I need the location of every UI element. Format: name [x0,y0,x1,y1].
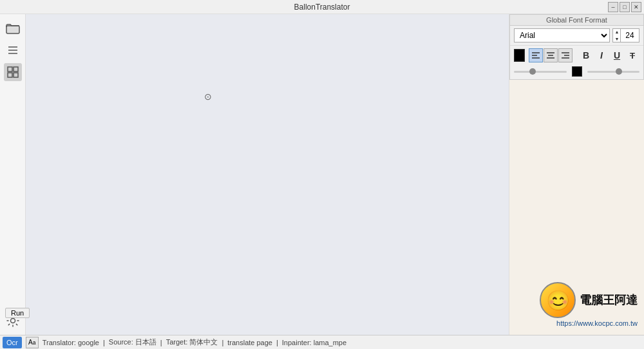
window-controls: – □ ✕ [608,0,641,14]
font-format-row3 [510,65,643,79]
list-view-icon[interactable] [4,41,22,59]
source-status: Source: 日本語 [109,337,156,347]
sidebar [0,14,26,349]
bold-button[interactable]: B [579,48,593,62]
status-icon-a[interactable]: Aa [26,337,39,348]
separator2: | [160,339,162,346]
svg-rect-0 [6,26,19,33]
text-color-swatch[interactable] [514,49,525,62]
svg-rect-6 [8,73,12,77]
font-format-panel: Global Font Format Arial ▲ ▼ [509,14,644,80]
align-left-button[interactable] [529,48,543,62]
run-button[interactable]: Run [5,308,30,318]
stroke-slider-thumb[interactable] [616,68,622,75]
stroke-slider-track[interactable] [587,71,640,73]
svg-rect-5 [14,67,18,71]
strikethrough-button[interactable]: T [625,48,639,62]
ocr-button[interactable]: Ocr [3,337,22,348]
branding-url: https://www.kocpc.com.tw [556,319,638,327]
inpainter-status: Inpainter: lama_mpe [282,339,346,346]
svg-rect-7 [14,73,18,77]
separator4: | [276,339,278,346]
svg-rect-4 [8,67,12,71]
separator1: | [103,339,105,346]
title-bar: BallonTranslator – □ ✕ [0,0,644,14]
translator-status: Translator: google [43,339,99,346]
canvas-area[interactable]: ⊙ [26,14,509,349]
font-size-input[interactable] [621,31,639,40]
branding-avatar: 😊 [540,282,576,318]
font-format-row1: Arial ▲ ▼ [510,26,643,46]
open-file-icon[interactable] [4,19,22,37]
main-container: ⊙ Global Font Format Arial ▲ ▼ [0,14,644,349]
close-button[interactable]: ✕ [631,2,641,12]
maximize-button[interactable]: □ [620,2,630,12]
align-buttons [529,48,573,62]
app-title: BallonTranslator [294,3,350,12]
branding-name: 電腦王阿達 [580,292,638,308]
font-size-down-button[interactable]: ▼ [613,35,621,42]
minimize-button[interactable]: – [608,2,618,12]
opacity-slider-thumb[interactable] [529,68,536,75]
status-bar: Ocr Aa Translator: google | Source: 日本語 … [0,335,644,349]
right-panel: Global Font Format Arial ▲ ▼ [509,14,644,349]
align-right-button[interactable] [558,48,573,62]
opacity-slider-track[interactable] [514,71,567,73]
target-status: Target: 简体中文 [166,337,218,347]
align-center-button[interactable] [544,48,558,62]
underline-button[interactable]: U [610,48,624,62]
italic-button[interactable]: I [594,48,609,62]
canvas-cursor: ⊙ [203,91,213,102]
font-size-up-button[interactable]: ▲ [613,28,621,35]
font-family-select[interactable]: Arial [514,28,610,42]
grid-view-icon[interactable] [4,63,22,81]
stroke-color-swatch[interactable] [572,66,582,77]
font-size-control: ▲ ▼ [612,28,639,42]
svg-point-8 [10,319,15,323]
right-panel-content: 😊 電腦王阿達 https://www.kocpc.com.tw [509,80,644,349]
translate-page-status: translate page [227,339,272,346]
font-format-title: Global Font Format [510,15,643,26]
font-size-spinners: ▲ ▼ [613,28,621,42]
format-buttons: B I U T [579,48,639,62]
font-format-row2: B I U T [510,46,643,65]
separator3: | [222,339,223,346]
